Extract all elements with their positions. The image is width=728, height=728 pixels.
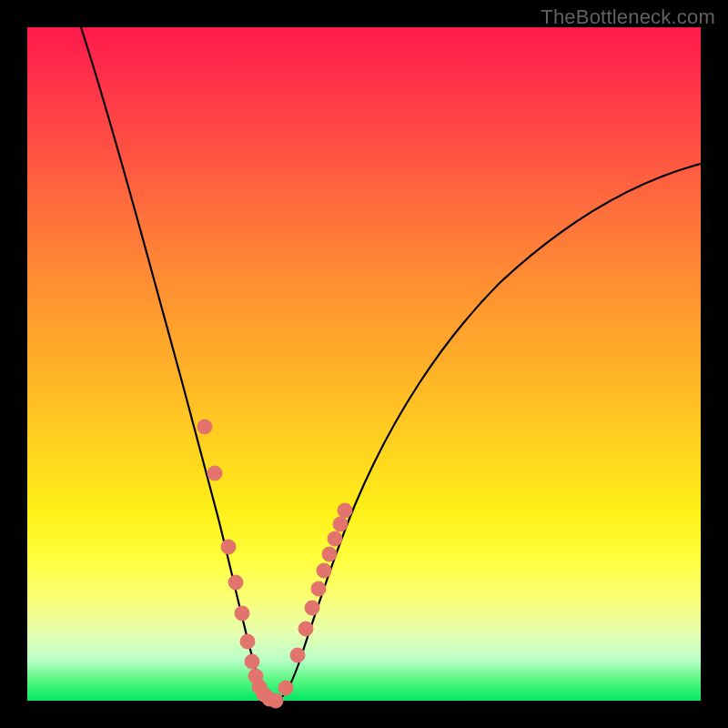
marker-dot <box>245 654 259 669</box>
marker-dot <box>268 693 283 708</box>
bottleneck-curve <box>81 27 701 701</box>
marker-dot <box>305 601 319 615</box>
chart-frame: TheBottleneck.com <box>0 0 728 728</box>
marker-dot <box>240 634 255 649</box>
marker-dot <box>311 581 326 596</box>
marker-dot <box>228 575 243 590</box>
marker-dot <box>197 420 212 434</box>
marker-dot <box>221 540 236 554</box>
marker-dot <box>278 681 293 695</box>
marker-dot <box>298 622 313 636</box>
marker-dot <box>338 503 352 518</box>
watermark-text: TheBottleneck.com <box>541 5 715 29</box>
marker-dot <box>317 563 331 578</box>
marker-dot <box>322 547 337 561</box>
chart-svg <box>27 27 701 701</box>
marker-dot <box>290 648 305 662</box>
marker-dots-group <box>197 420 352 708</box>
marker-dot <box>333 517 348 531</box>
marker-dot <box>207 466 222 480</box>
marker-dot <box>235 606 249 621</box>
marker-dot <box>328 531 342 546</box>
